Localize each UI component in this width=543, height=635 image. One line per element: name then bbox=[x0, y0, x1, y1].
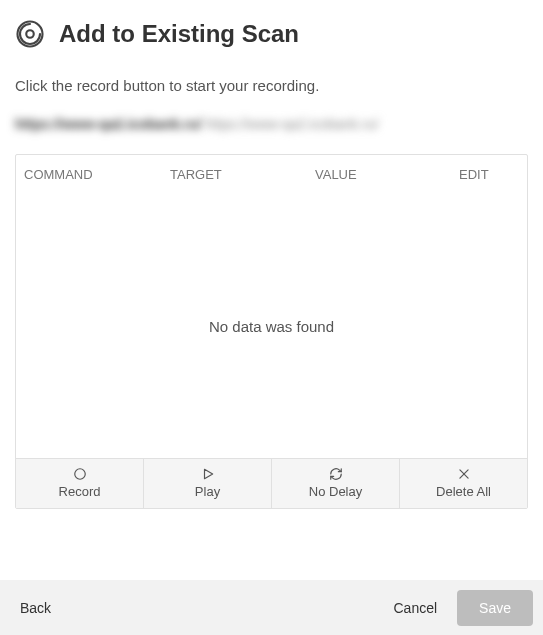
play-button[interactable]: Play bbox=[144, 459, 272, 508]
close-icon bbox=[457, 467, 471, 481]
refresh-icon bbox=[329, 467, 343, 481]
dialog-footer: Back Cancel Save bbox=[0, 580, 543, 635]
target-icon bbox=[15, 19, 45, 49]
delete-all-button[interactable]: Delete All bbox=[400, 459, 527, 508]
instruction-text: Click the record button to start your re… bbox=[0, 77, 543, 94]
col-target: TARGET bbox=[170, 167, 315, 182]
svg-point-1 bbox=[26, 30, 34, 38]
svg-point-0 bbox=[18, 22, 43, 47]
no-delay-label: No Delay bbox=[309, 484, 362, 499]
record-button[interactable]: Record bbox=[16, 459, 144, 508]
circle-icon bbox=[73, 467, 87, 481]
svg-point-2 bbox=[74, 469, 85, 480]
record-label: Record bbox=[59, 484, 101, 499]
col-command: COMMAND bbox=[24, 167, 170, 182]
url-primary: https://www-qa2.icobank.ru/ bbox=[15, 116, 202, 132]
table-header-row: COMMAND TARGET VALUE EDIT bbox=[16, 155, 527, 194]
table-toolbar: Record Play No Delay Delete All bbox=[16, 458, 527, 508]
dialog-header: Add to Existing Scan bbox=[0, 0, 543, 49]
dialog-title: Add to Existing Scan bbox=[59, 20, 299, 48]
back-button[interactable]: Back bbox=[20, 600, 51, 616]
url-secondary: https://www-qa2.icobank.ru/ bbox=[206, 116, 379, 132]
table-body: No data was found bbox=[16, 194, 527, 458]
save-button[interactable]: Save bbox=[457, 590, 533, 626]
empty-state-message: No data was found bbox=[209, 318, 334, 335]
cancel-button[interactable]: Cancel bbox=[373, 600, 457, 616]
col-value: VALUE bbox=[315, 167, 459, 182]
play-icon bbox=[201, 467, 215, 481]
delete-all-label: Delete All bbox=[436, 484, 491, 499]
svg-marker-3 bbox=[204, 469, 212, 478]
play-label: Play bbox=[195, 484, 220, 499]
col-edit: EDIT bbox=[459, 167, 519, 182]
url-display: https://www-qa2.icobank.ru/ https://www-… bbox=[0, 116, 543, 132]
no-delay-button[interactable]: No Delay bbox=[272, 459, 400, 508]
steps-table: COMMAND TARGET VALUE EDIT No data was fo… bbox=[15, 154, 528, 509]
